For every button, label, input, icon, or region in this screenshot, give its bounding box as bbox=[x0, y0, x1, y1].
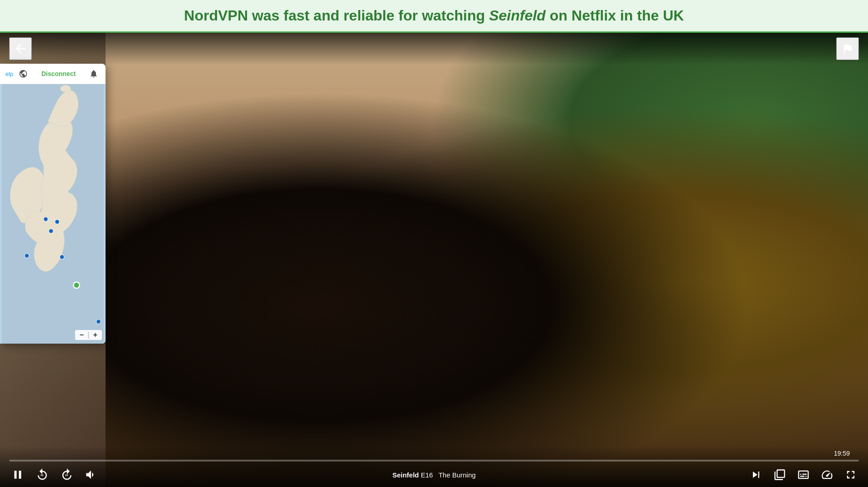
fullscreen-button[interactable] bbox=[843, 467, 859, 483]
map-zoom-controls: − | + bbox=[75, 330, 102, 340]
forward-button[interactable]: 10 bbox=[58, 466, 76, 483]
time-display: 19:59 bbox=[834, 450, 850, 457]
player-area: 19:59 10 bbox=[0, 33, 868, 487]
back-button[interactable] bbox=[9, 37, 32, 60]
help-link[interactable]: elp bbox=[5, 71, 13, 77]
player-bottom-bar: 19:59 10 bbox=[0, 446, 868, 487]
svg-text:10: 10 bbox=[40, 473, 44, 477]
episodes-button[interactable] bbox=[772, 467, 788, 483]
controls-left: 10 10 bbox=[9, 466, 99, 483]
svg-point-7 bbox=[25, 254, 29, 258]
nordvpn-top-bar: elp Disconnect bbox=[0, 64, 106, 84]
zoom-in-button[interactable]: + bbox=[91, 331, 99, 339]
episode-code: E16 bbox=[421, 471, 433, 479]
controls-right bbox=[748, 467, 859, 483]
progress-bar[interactable] bbox=[9, 460, 859, 462]
scene-art bbox=[106, 33, 868, 487]
speed-button[interactable] bbox=[819, 467, 835, 483]
svg-point-8 bbox=[60, 255, 64, 259]
top-banner: NordVPN was fast and reliable for watchi… bbox=[0, 0, 868, 33]
nordvpn-panel: elp Disconnect bbox=[0, 64, 106, 344]
pause-button[interactable] bbox=[9, 466, 26, 483]
zoom-out-button[interactable]: − bbox=[78, 331, 86, 339]
episode-title: The Burning bbox=[439, 471, 476, 479]
player-top-bar bbox=[0, 33, 868, 65]
next-episode-button[interactable] bbox=[748, 467, 764, 483]
subtitles-button[interactable] bbox=[795, 467, 812, 483]
svg-point-4 bbox=[44, 217, 48, 222]
volume-button[interactable] bbox=[83, 467, 99, 483]
globe-icon[interactable] bbox=[17, 67, 30, 80]
controls-row: 10 10 Sein bbox=[9, 466, 859, 483]
svg-text:10: 10 bbox=[65, 473, 68, 477]
svg-point-9 bbox=[73, 282, 80, 289]
rewind-button[interactable]: 10 bbox=[34, 466, 51, 483]
show-title: Seinfeld bbox=[392, 471, 419, 479]
svg-point-6 bbox=[49, 229, 53, 233]
controls-center: Seinfeld E16 The Burning bbox=[392, 471, 475, 479]
map-container[interactable]: − | + bbox=[0, 84, 106, 344]
banner-text: NordVPN was fast and reliable for watchi… bbox=[184, 7, 684, 24]
disconnect-button[interactable]: Disconnect bbox=[33, 68, 84, 79]
episode-info: Seinfeld E16 The Burning bbox=[392, 471, 475, 479]
svg-point-5 bbox=[55, 220, 60, 224]
svg-point-3 bbox=[60, 85, 71, 92]
bell-icon[interactable] bbox=[87, 67, 100, 80]
flag-button[interactable] bbox=[836, 37, 859, 60]
svg-point-10 bbox=[96, 320, 101, 324]
